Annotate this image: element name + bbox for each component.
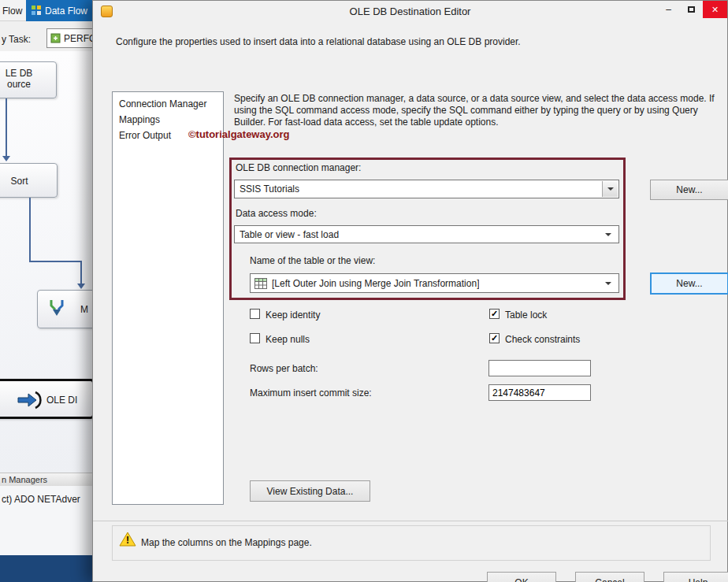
connector-line <box>29 198 31 261</box>
separator <box>93 521 728 521</box>
dialog-title-bar: OLE DB Destination Editor – ✕ <box>93 1 727 23</box>
maximize-button[interactable] <box>680 1 703 18</box>
cancel-button[interactable]: Cancel <box>575 572 644 582</box>
check-constraints-label[interactable]: Check constraints <box>505 334 580 345</box>
warning-message: Map the columns on the Mappings page. <box>141 537 312 548</box>
keep-nulls-checkbox[interactable] <box>250 333 260 343</box>
connection-managers-header-label: n Managers <box>2 475 47 484</box>
data-flow-icon <box>31 5 42 16</box>
connection-manager-dropdown-button[interactable] <box>602 181 618 197</box>
data-access-mode-value: Table or view - fast load <box>240 229 339 240</box>
svg-text:!: ! <box>126 535 129 546</box>
rows-per-batch-input[interactable] <box>488 360 591 376</box>
warnings-panel: ! Map the columns on the Mappings page. <box>112 525 711 561</box>
tab-data-flow-label: Data Flow <box>45 6 87 17</box>
check-constraints-checkbox[interactable]: ✓ <box>489 333 500 343</box>
ole-db-destination-box[interactable]: OLE DI <box>0 379 95 419</box>
nav-item-connection-manager[interactable]: Connection Manager <box>113 96 223 112</box>
source-box-label-line2: ource <box>0 79 56 90</box>
data-access-mode-label: Data access mode: <box>236 208 317 219</box>
connector-line <box>80 261 82 284</box>
connector-arrow <box>77 284 85 289</box>
merge-join-label: M <box>80 304 88 315</box>
connection-manager-value: SSIS Tutorials <box>240 183 299 195</box>
max-insert-commit-label: Maximum insert commit size: <box>250 387 372 399</box>
warning-icon: ! <box>119 532 136 547</box>
maximize-icon <box>688 6 695 13</box>
data-access-mode-combo[interactable]: Table or view - fast load <box>234 225 619 243</box>
connection-manager-label: OLE DB connection manager: <box>236 162 361 173</box>
chevron-down-icon <box>607 187 614 191</box>
minimize-button[interactable]: – <box>657 1 680 18</box>
ole-db-destination-label: OLE DI <box>46 395 77 406</box>
table-name-combo[interactable]: [Left Outer Join using Merge Join Transf… <box>250 273 619 293</box>
keep-identity-label[interactable]: Keep identity <box>266 310 320 321</box>
chevron-down-icon <box>605 233 611 236</box>
source-box-label-line1: LE DB <box>0 68 56 79</box>
keep-identity-checkbox[interactable] <box>250 309 260 319</box>
help-button[interactable]: Help <box>663 572 728 582</box>
connector-line <box>6 98 7 156</box>
sort-box[interactable]: Sort <box>0 163 58 198</box>
view-existing-data-button[interactable]: View Existing Data... <box>250 480 370 502</box>
merge-join-icon <box>46 298 68 319</box>
connection-manager-item[interactable]: ct) ADO NETAdver <box>2 494 80 505</box>
table-lock-checkbox[interactable]: ✓ <box>489 309 500 319</box>
ok-button[interactable]: OK <box>487 572 556 582</box>
table-name-label: Name of the table or the view: <box>250 255 375 266</box>
connector-arrow <box>2 156 10 161</box>
connector-line <box>29 261 82 262</box>
close-button[interactable]: ✕ <box>703 1 727 18</box>
table-icon <box>254 278 267 289</box>
max-insert-commit-input[interactable] <box>488 384 591 401</box>
new-connection-button[interactable]: New... <box>650 180 728 200</box>
sort-box-label: Sort <box>10 176 28 187</box>
watermark: ©tutorialgateway.org <box>188 128 290 140</box>
tab-control-flow-partial[interactable]: Flow <box>2 6 22 17</box>
screenshot-root: Flow Data Flow y Task: PERFOR <box>0 0 728 582</box>
dialog-description: Configure the properties used to insert … <box>116 36 703 47</box>
ole-db-source-box[interactable]: LE DB ource <box>0 61 57 98</box>
window-controls: – ✕ <box>657 1 727 18</box>
rows-per-batch-label: Rows per batch: <box>250 363 318 374</box>
task-label: y Task: <box>2 34 31 45</box>
new-table-button[interactable]: New... <box>650 272 728 295</box>
ole-db-destination-editor-dialog: OLE DB Destination Editor – ✕ Configure … <box>92 0 728 582</box>
task-icon <box>50 33 61 43</box>
page-instructions: Specify an OLE DB connection manager, a … <box>234 93 726 128</box>
pages-list: Connection Manager Mappings Error Output <box>112 91 224 505</box>
table-name-value: [Left Outer Join using Merge Join Transf… <box>272 278 479 289</box>
ole-db-destination-icon <box>17 390 42 410</box>
nav-item-mappings[interactable]: Mappings <box>113 112 223 128</box>
table-lock-label[interactable]: Table lock <box>505 310 547 321</box>
connection-manager-combo[interactable]: SSIS Tutorials <box>234 180 619 198</box>
dialog-title: OLE DB Destination Editor <box>93 6 727 17</box>
keep-nulls-label[interactable]: Keep nulls <box>266 334 310 345</box>
chevron-down-icon <box>605 282 611 285</box>
